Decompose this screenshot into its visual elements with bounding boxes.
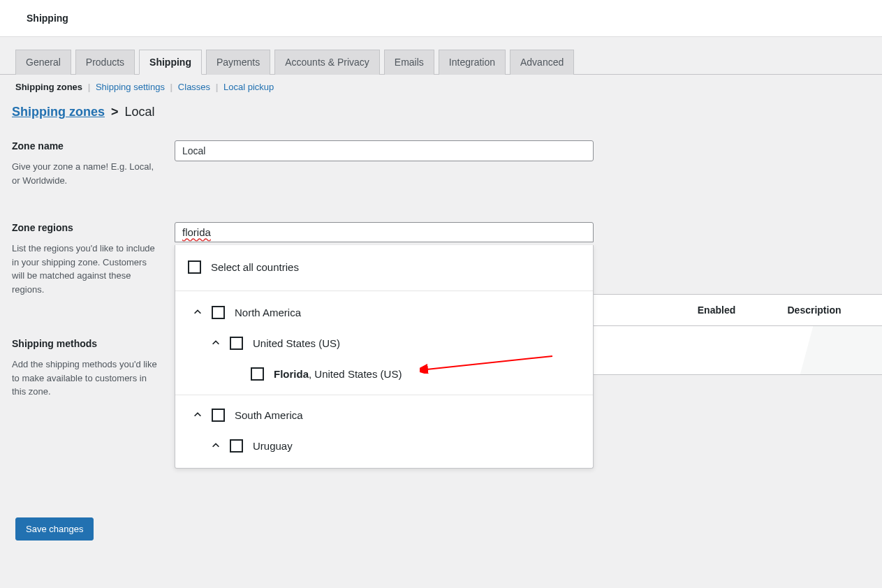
decoration xyxy=(798,326,882,375)
zone-name-row: Zone name Give your zone a name! E.g. Lo… xyxy=(12,140,870,187)
breadcrumb-current: Local xyxy=(125,105,155,119)
col-enabled: Enabled xyxy=(675,304,758,316)
shipping-subtabs: Shipping zones | Shipping settings | Cla… xyxy=(0,75,882,92)
select-all-option[interactable]: Select all countries xyxy=(175,252,593,282)
tab-products[interactable]: Products xyxy=(75,50,135,75)
subtab-settings[interactable]: Shipping settings xyxy=(96,82,165,92)
breadcrumb-parent[interactable]: Shipping zones xyxy=(12,105,105,119)
col-description: Description xyxy=(758,304,870,316)
regions-dropdown: Select all countries North America Unite… xyxy=(175,245,594,469)
tab-payments[interactable]: Payments xyxy=(206,50,270,75)
subtab-local-pickup[interactable]: Local pickup xyxy=(223,82,274,92)
option-united-states[interactable]: United States (US) xyxy=(175,328,593,358)
tab-emails[interactable]: Emails xyxy=(384,50,434,75)
option-label: South America xyxy=(235,409,580,421)
select-all-label: Select all countries xyxy=(211,261,580,273)
match-rest: , United States (US) xyxy=(309,368,402,380)
separator: | xyxy=(216,82,219,92)
tab-general[interactable]: General xyxy=(15,50,71,75)
checkbox-icon[interactable] xyxy=(212,409,225,422)
breadcrumb-arrow: > xyxy=(111,105,119,119)
option-label: North America xyxy=(235,307,580,318)
option-label: United States (US) xyxy=(253,337,580,349)
option-florida[interactable]: Florida, United States (US) xyxy=(175,358,593,395)
chevron-up-icon[interactable] xyxy=(191,408,205,422)
checkbox-icon[interactable] xyxy=(212,306,225,319)
tab-accounts-privacy[interactable]: Accounts & Privacy xyxy=(274,50,380,75)
subtab-zones[interactable]: Shipping zones xyxy=(15,82,82,92)
chevron-up-icon[interactable] xyxy=(209,336,223,350)
checkbox-icon[interactable] xyxy=(188,260,201,274)
tab-integration[interactable]: Integration xyxy=(439,50,506,75)
option-south-america[interactable]: South America xyxy=(175,399,593,430)
settings-tabs: General Products Shipping Payments Accou… xyxy=(0,37,882,75)
save-button[interactable]: Save changes xyxy=(15,517,94,541)
chevron-up-icon[interactable] xyxy=(191,305,205,319)
tab-advanced[interactable]: Advanced xyxy=(510,50,574,75)
option-label: Uruguay xyxy=(253,440,580,452)
subtab-classes[interactable]: Classes xyxy=(178,82,210,92)
breadcrumb: Shipping zones > Local xyxy=(0,92,882,119)
zone-name-input[interactable] xyxy=(175,140,594,161)
option-label: Florida, United States (US) xyxy=(274,368,580,380)
separator: | xyxy=(88,82,91,92)
shipping-methods-label: Shipping methods xyxy=(12,338,175,349)
zone-regions-row: Zone regions List the regions you'd like… xyxy=(12,222,870,296)
search-text: florida xyxy=(182,226,211,238)
separator: | xyxy=(170,82,173,92)
match-bold: Florida xyxy=(274,368,309,380)
option-north-america[interactable]: North America xyxy=(175,291,593,328)
zone-regions-label: Zone regions xyxy=(12,222,175,233)
page-title: Shipping xyxy=(0,0,882,36)
content-area: General Products Shipping Payments Accou… xyxy=(0,36,882,588)
checkbox-icon[interactable] xyxy=(230,337,243,350)
checkbox-icon[interactable] xyxy=(251,367,264,381)
option-uruguay[interactable]: Uruguay xyxy=(175,430,593,461)
zone-name-label: Zone name xyxy=(12,140,175,152)
chevron-up-icon[interactable] xyxy=(209,439,223,453)
zone-regions-desc: List the regions you'd like to include i… xyxy=(12,242,175,296)
tab-shipping[interactable]: Shipping xyxy=(139,50,202,75)
zone-regions-search[interactable]: florida xyxy=(175,222,594,242)
shipping-methods-desc: Add the shipping methods you'd like to m… xyxy=(12,358,175,399)
checkbox-icon[interactable] xyxy=(230,439,243,453)
zone-name-desc: Give your zone a name! E.g. Local, or Wo… xyxy=(12,160,175,187)
